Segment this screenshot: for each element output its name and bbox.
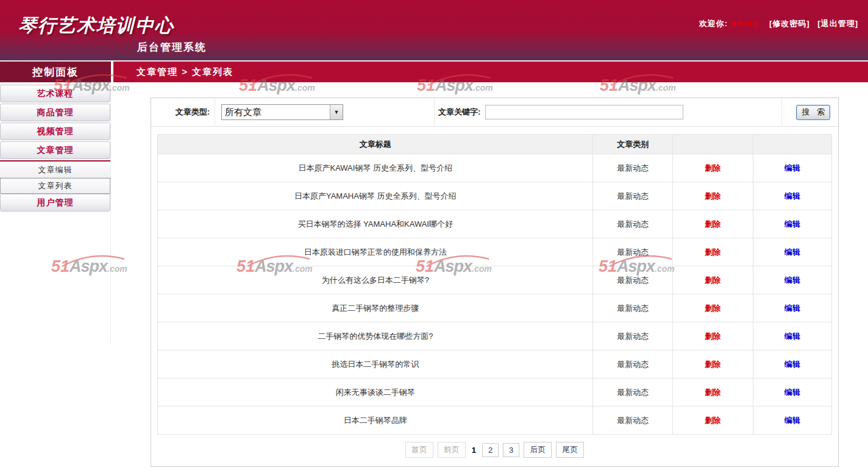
search-button[interactable]: 搜 索 — [796, 105, 830, 120]
table-row: 二手钢琴的优势体现在哪些方面? 最新动态 删除 编辑 — [158, 322, 832, 350]
table-row: 买日本钢琴的选择 YAMAHA和KAWAI哪个好 最新动态 删除 编辑 — [158, 210, 832, 238]
sidebar-item-user-mgmt[interactable]: 用户管理 — [0, 194, 110, 211]
app-subtitle: 后台管理系统 — [137, 40, 207, 54]
table-row: 为什么有这么多日本二手钢琴? 最新动态 删除 编辑 — [158, 266, 832, 294]
delete-link[interactable]: 删除 — [705, 416, 720, 425]
chevron-down-icon[interactable]: ▼ — [330, 105, 343, 119]
col-header-delete — [672, 135, 753, 154]
article-category-cell: 最新动态 — [593, 238, 673, 266]
welcome-prefix: 欢迎你: — [699, 19, 728, 28]
edit-cell: 编辑 — [753, 266, 831, 294]
article-title-cell: 真正二手钢琴的整理步骤 — [158, 294, 593, 322]
keyword-label: 文章关键字: — [438, 107, 480, 118]
pagination-page-2[interactable]: 2 — [482, 443, 499, 457]
edit-link[interactable]: 编辑 — [784, 360, 800, 369]
delete-link[interactable]: 删除 — [705, 191, 720, 201]
delete-cell: 删除 — [672, 378, 753, 407]
active-section-underline — [0, 160, 110, 162]
table-row: 挑选日本二手钢琴的常识 最新动态 删除 编辑 — [158, 350, 832, 378]
sidebar-item-article-edit[interactable]: 文章编辑 — [0, 162, 110, 178]
pagination-first: 首页 — [405, 442, 433, 458]
article-title-cell: 闲来无事谈谈二手钢琴 — [158, 378, 593, 407]
content-panel: 文章类型: 所有文章 ▼ 文章关键字: 搜 索 文章标题 文章类别 — [151, 98, 839, 467]
table-row: 日本原装进口钢琴正常的使用和保养方法 最新动态 删除 编辑 — [158, 238, 832, 266]
article-category-cell: 最新动态 — [593, 322, 673, 350]
delete-cell: 删除 — [672, 322, 753, 350]
edit-cell: 编辑 — [753, 378, 831, 407]
article-title-cell: 日本二手钢琴品牌 — [158, 407, 593, 435]
pagination-page-3[interactable]: 3 — [503, 443, 519, 457]
pagination-next[interactable]: 后页 — [524, 442, 552, 458]
article-title-cell: 二手钢琴的优势体现在哪些方面? — [158, 322, 593, 350]
edit-link[interactable]: 编辑 — [784, 388, 800, 397]
col-header-article-category: 文章类别 — [593, 135, 673, 154]
edit-cell: 编辑 — [753, 182, 831, 210]
app-title: 琴行艺术培训中心 — [18, 13, 174, 38]
section-bar: 控制面板 文章管理 > 文章列表 — [0, 62, 868, 82]
article-title-cell: 日本原产KAWAI钢琴 历史全系列、型号介绍 — [158, 154, 593, 182]
change-password-link[interactable]: [修改密码] — [769, 19, 810, 28]
article-category-cell: 最新动态 — [593, 266, 673, 294]
edit-link[interactable]: 编辑 — [784, 219, 800, 229]
article-title-cell: 日本原产YAMAHA钢琴 历史全系列、型号介绍 — [158, 182, 593, 210]
table-row: 日本二手钢琴品牌 最新动态 删除 编辑 — [158, 407, 832, 435]
sidebar-item-article-mgmt[interactable]: 文章管理 — [0, 141, 110, 159]
edit-cell: 编辑 — [753, 350, 831, 378]
article-category-cell: 最新动态 — [593, 182, 673, 210]
table-row: 日本原产KAWAI钢琴 历史全系列、型号介绍 最新动态 删除 编辑 — [158, 154, 832, 182]
edit-link[interactable]: 编辑 — [784, 191, 800, 201]
article-category-cell: 最新动态 — [593, 294, 673, 322]
delete-link[interactable]: 删除 — [705, 360, 720, 369]
welcome-bar: 欢迎你:admin [修改密码] [退出管理] — [699, 18, 858, 29]
filter-bar: 文章类型: 所有文章 ▼ 文章关键字: 搜 索 — [151, 98, 838, 127]
delete-link[interactable]: 删除 — [705, 388, 720, 397]
pagination-last[interactable]: 尾页 — [556, 442, 584, 458]
article-title-cell: 挑选日本二手钢琴的常识 — [158, 350, 593, 378]
article-title-cell: 买日本钢琴的选择 YAMAHA和KAWAI哪个好 — [158, 210, 593, 238]
sidebar-title: 控制面板 — [0, 62, 111, 82]
delete-cell: 删除 — [672, 266, 753, 294]
edit-link[interactable]: 编辑 — [784, 163, 800, 172]
edit-link[interactable]: 编辑 — [784, 332, 800, 341]
delete-link[interactable]: 删除 — [705, 247, 720, 257]
table-row: 真正二手钢琴的整理步骤 最新动态 删除 编辑 — [158, 294, 832, 322]
keyword-input[interactable] — [485, 105, 683, 119]
sidebar-item-article-list[interactable]: 文章列表 — [0, 178, 110, 194]
edit-link[interactable]: 编辑 — [784, 247, 800, 257]
delete-link[interactable]: 删除 — [705, 332, 720, 341]
delete-cell: 删除 — [672, 210, 753, 238]
article-table-body: 日本原产KAWAI钢琴 历史全系列、型号介绍 最新动态 删除 编辑 日本原产YA… — [158, 154, 832, 435]
delete-cell: 删除 — [672, 154, 753, 182]
edit-link[interactable]: 编辑 — [784, 304, 800, 313]
article-category-cell: 最新动态 — [593, 350, 673, 378]
article-title-cell: 日本原装进口钢琴正常的使用和保养方法 — [158, 238, 593, 266]
sidebar-item-video-mgmt[interactable]: 视频管理 — [0, 123, 110, 140]
delete-cell: 删除 — [672, 407, 753, 435]
article-table: 文章标题 文章类别 日本原产KAWAI钢琴 历史全系列、型号介绍 最新动态 删除… — [157, 134, 832, 435]
article-title-cell: 为什么有这么多日本二手钢琴? — [158, 266, 593, 294]
article-category-cell: 最新动态 — [593, 407, 673, 435]
pagination-page-1-current[interactable]: 1 — [470, 444, 478, 456]
delete-cell: 删除 — [672, 294, 753, 322]
edit-cell: 编辑 — [753, 407, 831, 435]
delete-link[interactable]: 删除 — [705, 163, 720, 172]
table-row: 闲来无事谈谈二手钢琴 最新动态 删除 编辑 — [158, 378, 832, 407]
logout-link[interactable]: [退出管理] — [817, 19, 858, 28]
table-header-row: 文章标题 文章类别 — [158, 135, 832, 154]
edit-cell: 编辑 — [753, 154, 831, 182]
delete-link[interactable]: 删除 — [705, 304, 720, 313]
delete-link[interactable]: 删除 — [705, 275, 720, 285]
edit-cell: 编辑 — [753, 238, 831, 266]
app-header: 琴行艺术培训中心 后台管理系统 欢迎你:admin [修改密码] [退出管理] — [0, 0, 868, 60]
edit-cell: 编辑 — [753, 294, 831, 322]
sidebar-item-product-mgmt[interactable]: 商品管理 — [0, 104, 110, 121]
edit-link[interactable]: 编辑 — [784, 416, 800, 425]
edit-link[interactable]: 编辑 — [784, 275, 800, 285]
article-type-select[interactable]: 所有文章 ▼ — [221, 104, 343, 120]
article-category-cell: 最新动态 — [593, 210, 673, 238]
sidebar-item-art-courses[interactable]: 艺术课程 — [0, 85, 110, 102]
col-header-article-title: 文章标题 — [158, 135, 593, 154]
pagination: 首页 前页 1 2 3 后页 尾页 — [151, 442, 838, 458]
delete-link[interactable]: 删除 — [705, 219, 720, 229]
edit-cell: 编辑 — [753, 322, 831, 350]
